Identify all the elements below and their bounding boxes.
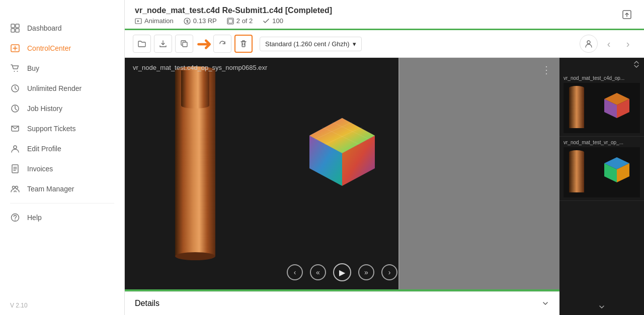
help-icon [10, 213, 20, 223]
thumbnail-panel-bottom [559, 201, 644, 315]
color-cube [304, 116, 380, 193]
invoices-icon [10, 164, 20, 174]
sidebar-item-unlimited-render[interactable]: Unlimited Render [0, 78, 124, 98]
sidebar-item-edit-profile[interactable]: Edit Profile [0, 139, 124, 159]
next-frame-button[interactable]: › [381, 264, 397, 280]
job-frames: 2 of 2 [227, 17, 253, 25]
sidebar-item-label: Job History [27, 104, 62, 113]
support-tickets-icon [10, 124, 20, 134]
export-icon [622, 10, 632, 20]
svg-rect-43 [569, 152, 584, 192]
cost-icon [184, 18, 191, 25]
svg-point-14 [15, 220, 16, 221]
sidebar-item-help[interactable]: Help [0, 207, 124, 228]
user-button[interactable] [580, 35, 598, 53]
nav-prev-button[interactable]: ‹ [601, 36, 617, 52]
unlimited-render-icon [10, 83, 20, 93]
panel-expand-icon [598, 303, 606, 311]
svg-rect-1 [16, 24, 19, 28]
play-button[interactable]: ▶ [333, 263, 351, 281]
sidebar-item-invoices[interactable]: Invoices [0, 159, 124, 179]
svg-rect-20 [183, 42, 187, 47]
svg-point-11 [13, 186, 15, 189]
thumbnail-image-1 [564, 83, 640, 133]
sidebar-item-label: Team Manager [27, 185, 74, 193]
copper-object-left [155, 58, 256, 289]
svg-point-6 [17, 71, 18, 72]
sidebar: Dashboard ControlCenter Buy [0, 0, 125, 315]
svg-rect-0 [11, 24, 15, 28]
sidebar-item-buy[interactable]: Buy [0, 58, 124, 78]
toolbar: ➜ Standard (1.260 cent / Ghzh) ▾ ‹ [125, 30, 644, 58]
thumbnail-label-2: vr_nod_mat_test_vr_op_... [564, 140, 640, 145]
sidebar-item-support-tickets[interactable]: Support Tickets [0, 119, 124, 139]
cost-dropdown-label: Standard (1.260 cent / Ghzh) [265, 40, 350, 48]
orange-arrow-icon: ➜ [196, 34, 212, 53]
svg-rect-2 [11, 29, 15, 32]
sidebar-item-label: Dashboard [27, 24, 62, 32]
thumbnail-collapse-button[interactable] [633, 61, 640, 69]
render-viewer: vr_node_mat_test.c4d_op_sys_nomp0685.exr… [125, 58, 559, 289]
divider-line [398, 58, 399, 289]
team-manager-icon [10, 184, 20, 194]
dashboard-icon [10, 23, 20, 33]
svg-rect-26 [181, 70, 209, 106]
sidebar-item-label: ControlCenter [27, 44, 71, 52]
sidebar-item-label: Help [27, 214, 42, 222]
cost-dropdown[interactable]: Standard (1.260 cent / Ghzh) ▾ [260, 37, 362, 51]
thumbnail-panel: vr_nod_mat_test_c4d_op... [559, 58, 644, 315]
topbar: vr_node_mat_test.c4d Re-Submit1.c4d [Com… [125, 0, 644, 30]
sidebar-item-label: Invoices [27, 165, 53, 173]
copy-button[interactable] [175, 35, 193, 53]
svg-point-9 [14, 146, 17, 149]
svg-point-21 [587, 41, 590, 44]
orange-arrow-indicator: ➜ [196, 34, 210, 53]
folder-button[interactable] [133, 35, 151, 53]
svg-rect-3 [16, 29, 19, 32]
nav-next-button[interactable]: › [620, 36, 636, 52]
prev-fast-button[interactable]: « [310, 264, 326, 280]
thumbnail-label-1: vr_nod_mat_test_c4d_op... [564, 75, 640, 81]
job-progress: 100 [263, 17, 283, 25]
sidebar-item-label: Buy [27, 64, 39, 72]
job-type-label: Animation [144, 17, 174, 25]
sidebar-item-label: Support Tickets [27, 125, 76, 133]
render-filename: vr_node_mat_test.c4d_op_sys_nomp0685.exr [133, 64, 267, 71]
thumbnail-item-2[interactable]: vr_nod_mat_test_vr_op_... [559, 137, 644, 201]
details-expand-icon [541, 299, 549, 307]
job-progress-value: 100 [272, 17, 283, 25]
viewer-container: vr_node_mat_test.c4d_op_sys_nomp0685.exr… [125, 58, 559, 315]
export-button[interactable] [618, 6, 636, 24]
prev-frame-button[interactable]: ‹ [287, 264, 303, 280]
buy-icon [10, 63, 20, 73]
svg-rect-37 [569, 88, 584, 128]
next-fast-button[interactable]: » [358, 264, 374, 280]
sidebar-item-controlcenter[interactable]: ControlCenter [0, 38, 124, 58]
svg-point-12 [16, 186, 18, 189]
delete-button[interactable] [234, 35, 253, 53]
render-menu-icon[interactable]: ⋮ [541, 64, 551, 76]
svg-point-5 [14, 71, 15, 72]
playback-controls: ‹ « ▶ » › [287, 263, 397, 281]
resubmit-button[interactable] [213, 35, 231, 53]
sidebar-divider [10, 203, 114, 203]
sidebar-item-job-history[interactable]: Job History [0, 98, 124, 119]
sidebar-item-label: Unlimited Render [27, 84, 82, 92]
controlcenter-icon [10, 43, 20, 53]
progress-icon [263, 18, 270, 25]
job-title: vr_node_mat_test.c4d Re-Submit1.c4d [Com… [135, 6, 634, 15]
svg-rect-18 [228, 19, 232, 23]
sidebar-item-label: Edit Profile [27, 145, 61, 153]
animation-icon [135, 18, 142, 25]
download-button[interactable] [154, 35, 172, 53]
sidebar-item-team-manager[interactable]: Team Manager [0, 179, 124, 199]
details-bar[interactable]: Details [125, 291, 559, 315]
job-frames-value: 2 of 2 [236, 17, 253, 25]
render-scene: ‹ « ▶ » › [125, 58, 559, 289]
sidebar-nav: Dashboard ControlCenter Buy [0, 14, 124, 296]
sidebar-item-dashboard[interactable]: Dashboard [0, 18, 124, 38]
job-type: Animation [135, 17, 174, 25]
content-area: vr_node_mat_test.c4d_op_sys_nomp0685.exr… [125, 58, 644, 315]
thumbnail-item-1[interactable]: vr_nod_mat_test_c4d_op... [559, 72, 644, 137]
job-cost: 0.13 RP [184, 17, 217, 25]
